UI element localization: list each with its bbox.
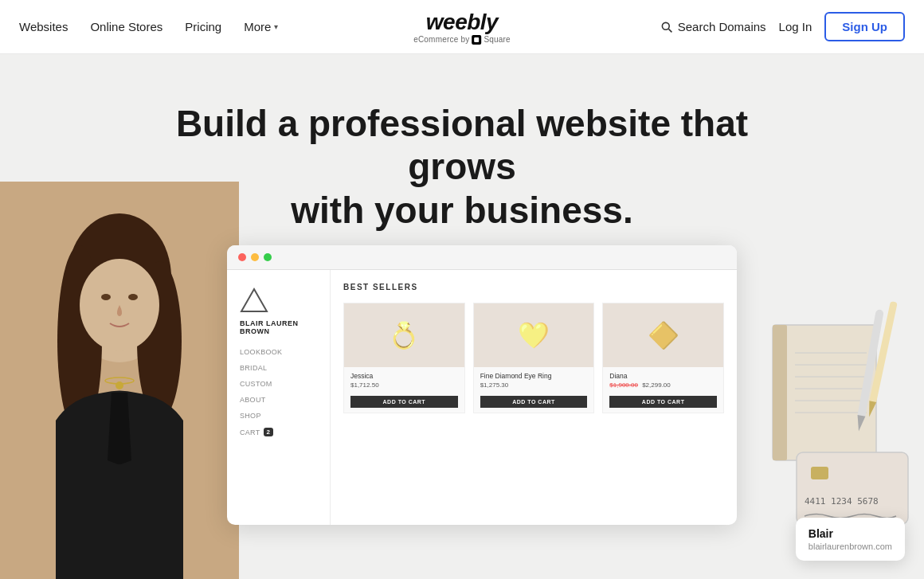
product-image: 💍 bbox=[344, 303, 464, 367]
hero-title-line1: Build a professional website that grows bbox=[176, 103, 748, 187]
hero-section: Build a professional website that grows … bbox=[0, 54, 924, 579]
search-icon bbox=[660, 21, 673, 33]
product-sale-price: $2,299.00 bbox=[642, 381, 671, 389]
product-image: 💛 bbox=[474, 303, 594, 367]
products-grid: 💍 Jessica $1,712.50 ADD TO CART 💛 bbox=[343, 303, 724, 413]
product-info: Fine Diamond Eye Ring $1,275.30 ADD TO C… bbox=[474, 367, 594, 413]
mockup-nav-bridal: BRIDAL bbox=[240, 364, 317, 372]
titlebar-dot-red bbox=[238, 253, 246, 261]
best-sellers-label: BEST SELLERS bbox=[343, 283, 724, 291]
hero-title: Build a professional website that grows … bbox=[159, 102, 765, 232]
svg-point-11 bbox=[116, 381, 123, 389]
product-name: Diana bbox=[609, 372, 717, 380]
brand-logo: BLAIR LAUREN BROWN bbox=[240, 286, 317, 335]
svg-rect-13 bbox=[773, 325, 876, 460]
svg-rect-14 bbox=[773, 325, 787, 460]
logo[interactable]: weebly eCommerce by Square bbox=[413, 10, 511, 45]
logo-subtitle: eCommerce by Square bbox=[413, 35, 511, 45]
svg-rect-25 bbox=[797, 452, 908, 524]
product-card: 🔶 Diana $1,900.00 $2,299.00 ADD TO CART bbox=[602, 303, 724, 413]
svg-point-0 bbox=[662, 22, 669, 29]
ring-icon: 💛 bbox=[518, 320, 550, 350]
product-price: $1,275.30 bbox=[480, 381, 588, 389]
mockup-sidebar: BLAIR LAUREN BROWN LOOKBOOK BRIDAL CUSTO… bbox=[227, 270, 331, 525]
hero-title-line2: with your business. bbox=[291, 190, 632, 231]
brand-name: BLAIR LAUREN BROWN bbox=[240, 319, 317, 335]
cart-label: CART bbox=[240, 428, 260, 436]
mockup-nav-lookbook: LOOKBOOK bbox=[240, 348, 317, 356]
search-domains-label: Search Domains bbox=[678, 20, 766, 33]
titlebar-dot-yellow bbox=[251, 253, 259, 261]
nav-left: Websites Online Stores Pricing More ▾ bbox=[19, 20, 278, 33]
cart-badge: 2 bbox=[264, 428, 274, 436]
product-card: 💛 Fine Diamond Eye Ring $1,275.30 ADD TO… bbox=[473, 303, 595, 413]
product-card: 💍 Jessica $1,712.50 ADD TO CART bbox=[343, 303, 465, 413]
product-info: Diana $1,900.00 $2,299.00 ADD TO CART bbox=[603, 367, 723, 413]
header: Websites Online Stores Pricing More ▾ we… bbox=[0, 0, 924, 54]
mockup-nav-shop: SHOP bbox=[240, 412, 317, 420]
svg-rect-26 bbox=[811, 467, 828, 479]
nav-more[interactable]: More ▾ bbox=[244, 20, 278, 33]
svg-text:4411  1234  5678: 4411 1234 5678 bbox=[805, 496, 879, 507]
product-name: Jessica bbox=[350, 372, 458, 380]
nav-right: Search Domains Log In Sign Up bbox=[660, 12, 905, 41]
add-to-cart-button[interactable]: ADD TO CART bbox=[480, 396, 588, 408]
person-image bbox=[0, 182, 239, 579]
ring-icon: 🔶 bbox=[648, 320, 679, 350]
mockup-main: BEST SELLERS 💍 Jessica $1,712.50 ADD TO … bbox=[331, 270, 737, 525]
logo-text: weebly bbox=[426, 10, 498, 35]
square-icon bbox=[472, 35, 481, 45]
mockup-nav-cart: CART 2 bbox=[240, 428, 317, 436]
blair-card-name: Blair bbox=[808, 527, 892, 540]
svg-point-9 bbox=[128, 294, 138, 300]
mockup-nav-about: ABOUT bbox=[240, 396, 317, 404]
login-button[interactable]: Log In bbox=[779, 20, 812, 33]
blair-card: Blair blairlaurenbrown.com bbox=[796, 518, 905, 561]
nav-more-label: More bbox=[244, 20, 271, 33]
nav-pricing[interactable]: Pricing bbox=[185, 20, 221, 33]
brand-triangle-icon bbox=[240, 286, 268, 315]
product-original-price: $1,900.00 bbox=[609, 381, 638, 389]
add-to-cart-button[interactable]: ADD TO CART bbox=[350, 396, 458, 408]
ring-icon: 💍 bbox=[388, 320, 420, 350]
mockup-titlebar bbox=[227, 245, 737, 270]
add-to-cart-button[interactable]: ADD TO CART bbox=[609, 396, 717, 408]
mockup-content: BLAIR LAUREN BROWN LOOKBOOK BRIDAL CUSTO… bbox=[227, 270, 737, 525]
person-svg bbox=[0, 182, 239, 579]
chevron-down-icon: ▾ bbox=[274, 22, 278, 31]
blair-card-url: blairlaurenbrown.com bbox=[808, 542, 892, 551]
titlebar-dot-green bbox=[264, 253, 272, 261]
product-name: Fine Diamond Eye Ring bbox=[480, 372, 588, 380]
nav-websites[interactable]: Websites bbox=[19, 20, 68, 33]
nav-online-stores[interactable]: Online Stores bbox=[90, 20, 162, 33]
product-info: Jessica $1,712.50 ADD TO CART bbox=[344, 367, 464, 413]
svg-marker-12 bbox=[241, 289, 267, 311]
svg-line-1 bbox=[668, 29, 671, 32]
search-domains-button[interactable]: Search Domains bbox=[660, 20, 766, 33]
mockup-nav-custom: CUSTOM bbox=[240, 380, 317, 388]
product-price-sale: $1,900.00 $2,299.00 bbox=[609, 381, 717, 389]
product-price: $1,712.50 bbox=[350, 381, 458, 389]
signup-button[interactable]: Sign Up bbox=[824, 12, 905, 41]
svg-point-8 bbox=[101, 294, 111, 300]
website-mockup: BLAIR LAUREN BROWN LOOKBOOK BRIDAL CUSTO… bbox=[227, 245, 737, 525]
product-image: 🔶 bbox=[603, 303, 723, 367]
